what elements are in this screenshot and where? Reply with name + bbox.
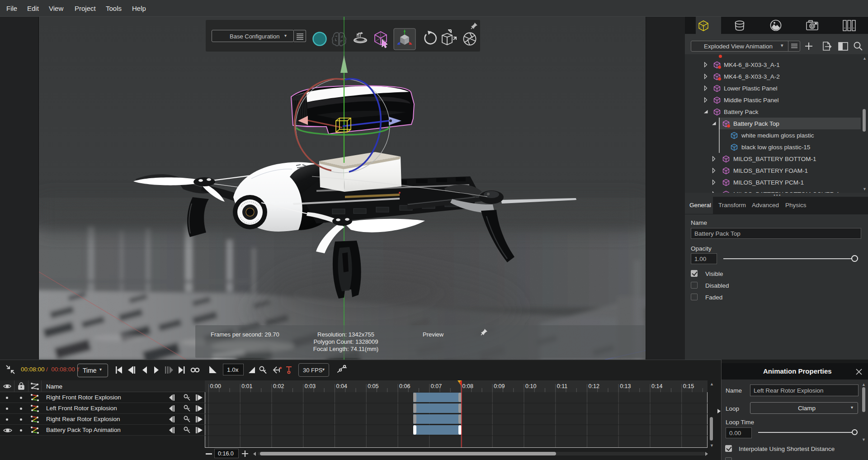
svg-text:0:06: 0:06 [399,383,410,389]
svg-text:0:02: 0:02 [273,383,284,389]
svg-text:0:03: 0:03 [305,383,316,389]
svg-text:0:14: 0:14 [651,383,662,389]
svg-text:0:07: 0:07 [431,383,442,389]
svg-text:0:10: 0:10 [525,383,536,389]
svg-text:0:15: 0:15 [683,383,694,389]
